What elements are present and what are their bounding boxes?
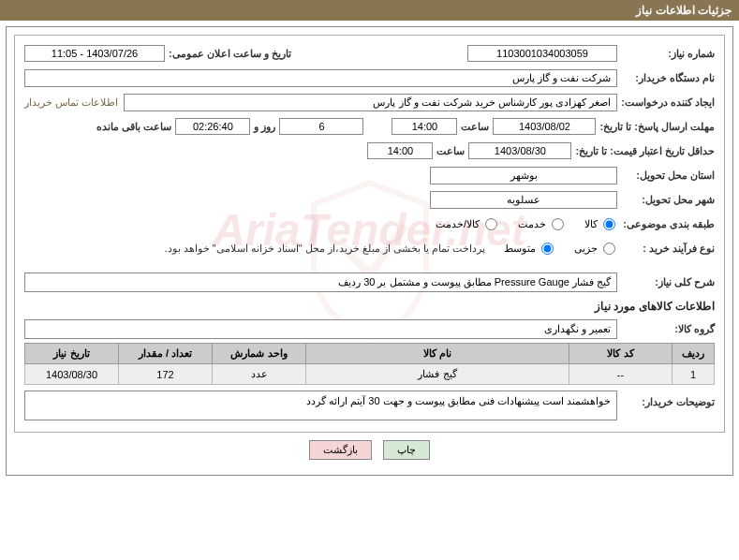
items-table: ردیف کد کالا نام کالا واحد شمارش تعداد /… [24, 343, 715, 385]
process-note: پرداخت تمام یا بخشی از مبلغ خرید،از محل … [164, 243, 485, 255]
city-value: عسلویه [430, 191, 617, 209]
days-label: روز و [254, 121, 275, 133]
group-value: تعمیر و نگهداری [24, 319, 617, 339]
deadline-time: 14:00 [392, 118, 457, 135]
radio-goods[interactable] [603, 218, 615, 230]
contact-link[interactable]: اطلاعات تماس خریدار [24, 96, 118, 109]
cell-date: 1403/08/30 [25, 364, 119, 385]
th-qty: تعداد / مقدار [119, 344, 213, 364]
group-label: گروه کالا: [621, 323, 715, 335]
th-row: ردیف [672, 344, 715, 364]
radio-medium-label: متوسط [504, 243, 536, 255]
buyer-note-label: توضیحات خریدار: [621, 391, 715, 408]
items-section-title: اطلاعات کالاهای مورد نیاز [24, 300, 715, 313]
radio-service-label: خدمت [518, 218, 546, 230]
cell-unit: عدد [213, 364, 306, 385]
cell-row: 1 [672, 364, 715, 385]
time-label-1: ساعت [461, 121, 489, 133]
time-label-2: ساعت [436, 145, 465, 157]
th-name: نام کالا [306, 344, 569, 364]
table-row: 1 -- گیج فشار عدد 172 1403/08/30 [25, 364, 715, 385]
need-no-value: 1103001034003059 [467, 45, 617, 62]
desc-value: گیج فشار Pressure Gauge مطابق پیوست و مش… [24, 273, 617, 292]
requester-label: ایجاد کننده درخواست: [621, 96, 715, 109]
cell-name: گیج فشار [306, 364, 569, 385]
category-label: طبقه بندی موضوعی: [621, 218, 715, 230]
validity-label: حداقل تاریخ اعتبار قیمت: تا تاریخ: [575, 145, 715, 157]
radio-both[interactable] [485, 218, 497, 230]
deadline-label: مهلت ارسال پاسخ: تا تاریخ: [599, 121, 715, 133]
button-row: چاپ بازگشت [14, 440, 725, 460]
radio-minor-label: جزیی [574, 243, 598, 255]
desc-label: شرح کلی نیاز: [621, 276, 715, 288]
announce-label: تاریخ و ساعت اعلان عمومی: [169, 48, 291, 60]
announce-value: 1403/07/26 - 11:05 [24, 45, 165, 62]
process-radio-group: جزیی متوسط [504, 243, 617, 255]
buyer-note-value: خواهشمند است پیشنهادات فنی مطابق پیوست و… [24, 391, 617, 420]
buyer-org-value: شرکت نفت و گاز پارس [24, 69, 617, 87]
buyer-org-label: نام دستگاه خریدار: [621, 72, 715, 84]
back-button[interactable]: بازگشت [309, 440, 372, 460]
cell-qty: 172 [119, 364, 213, 385]
validity-date: 1403/08/30 [468, 142, 571, 159]
page-header: جزئیات اطلاعات نیاز [0, 0, 739, 21]
days-remain: 6 [279, 118, 363, 135]
details-panel: AriaTender.net شماره نیاز: 1103001034003… [14, 35, 725, 433]
outer-frame: AriaTender.net شماره نیاز: 1103001034003… [6, 26, 733, 476]
radio-both-label: کالا/خدمت [436, 218, 480, 230]
province-label: استان محل تحویل: [621, 169, 715, 182]
category-radio-group: کالا خدمت کالا/خدمت [436, 218, 617, 230]
process-label: نوع فرآیند خرید : [621, 243, 715, 255]
city-label: شهر محل تحویل: [621, 194, 715, 206]
print-button[interactable]: چاپ [383, 440, 430, 460]
requester-value: اصغر کهزادی پور کارشناس خرید شرکت نفت و … [124, 94, 617, 111]
cell-code: -- [569, 364, 672, 385]
province-value: بوشهر [430, 167, 617, 184]
need-no-label: شماره نیاز: [621, 48, 715, 60]
deadline-date: 1403/08/02 [493, 118, 596, 135]
radio-service[interactable] [552, 218, 564, 230]
page-title: جزئیات اطلاعات نیاز [636, 4, 732, 17]
remain-label: ساعت باقی مانده [96, 121, 171, 133]
radio-medium[interactable] [541, 243, 554, 255]
radio-minor[interactable] [603, 243, 615, 255]
validity-time: 14:00 [367, 142, 433, 159]
table-header-row: ردیف کد کالا نام کالا واحد شمارش تعداد /… [25, 344, 715, 364]
radio-goods-label: کالا [584, 218, 598, 230]
th-code: کد کالا [569, 344, 672, 364]
th-unit: واحد شمارش [213, 344, 306, 364]
countdown: 02:26:40 [175, 118, 250, 135]
th-date: تاریخ نیاز [25, 344, 119, 364]
